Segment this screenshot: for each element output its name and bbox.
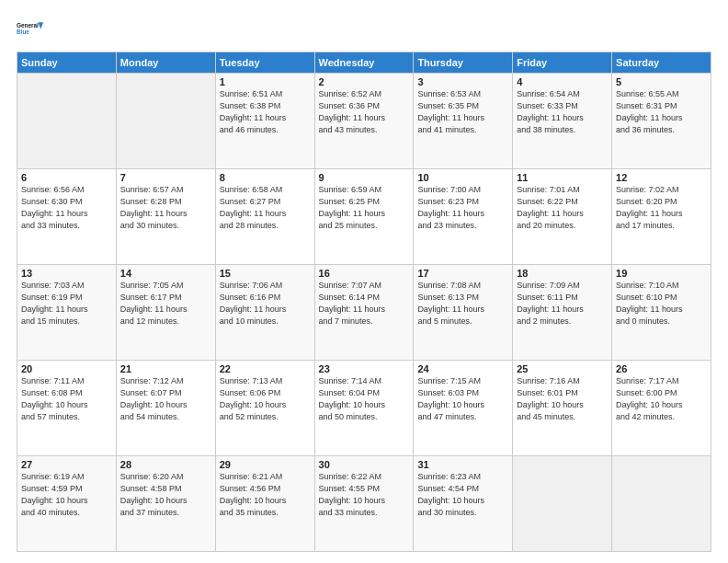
- week-row-1: 6Sunrise: 6:56 AM Sunset: 6:30 PM Daylig…: [17, 169, 711, 265]
- calendar-cell: 5Sunrise: 6:55 AM Sunset: 6:31 PM Daylig…: [612, 74, 711, 169]
- day-number: 26: [616, 363, 707, 374]
- day-number: 16: [319, 268, 410, 279]
- day-info: Sunrise: 7:16 AM Sunset: 6:01 PM Dayligh…: [517, 375, 608, 423]
- day-number: 12: [616, 172, 707, 183]
- day-info: Sunrise: 7:13 AM Sunset: 6:06 PM Dayligh…: [220, 375, 311, 423]
- weekday-header-saturday: Saturday: [612, 52, 711, 74]
- calendar-cell: [513, 456, 612, 552]
- day-info: Sunrise: 7:10 AM Sunset: 6:10 PM Dayligh…: [616, 280, 707, 327]
- calendar-cell: 29Sunrise: 6:21 AM Sunset: 4:56 PM Dayli…: [215, 456, 314, 552]
- calendar-cell: 4Sunrise: 6:54 AM Sunset: 6:33 PM Daylig…: [513, 74, 612, 169]
- day-number: 21: [120, 363, 211, 374]
- day-info: Sunrise: 6:20 AM Sunset: 4:58 PM Dayligh…: [120, 471, 211, 519]
- weekday-header-thursday: Thursday: [414, 52, 513, 74]
- calendar-cell: 28Sunrise: 6:20 AM Sunset: 4:58 PM Dayli…: [116, 456, 215, 552]
- day-info: Sunrise: 6:59 AM Sunset: 6:25 PM Dayligh…: [319, 184, 410, 232]
- day-number: 23: [319, 363, 410, 374]
- calendar-cell: 12Sunrise: 7:02 AM Sunset: 6:20 PM Dayli…: [612, 169, 711, 265]
- weekday-header-friday: Friday: [513, 52, 612, 74]
- calendar-cell: 23Sunrise: 7:14 AM Sunset: 6:04 PM Dayli…: [314, 361, 414, 456]
- day-info: Sunrise: 6:22 AM Sunset: 4:55 PM Dayligh…: [319, 471, 410, 519]
- calendar-cell: 27Sunrise: 6:19 AM Sunset: 4:59 PM Dayli…: [17, 456, 117, 552]
- day-number: 7: [120, 172, 211, 183]
- day-number: 13: [21, 268, 112, 279]
- weekday-header-row: SundayMondayTuesdayWednesdayThursdayFrid…: [17, 52, 711, 74]
- day-number: 3: [417, 76, 508, 87]
- day-number: 11: [517, 172, 608, 183]
- calendar-cell: 9Sunrise: 6:59 AM Sunset: 6:25 PM Daylig…: [314, 169, 414, 265]
- calendar-cell: 14Sunrise: 7:05 AM Sunset: 6:17 PM Dayli…: [116, 265, 215, 361]
- calendar-cell: 30Sunrise: 6:22 AM Sunset: 4:55 PM Dayli…: [314, 456, 414, 552]
- day-info: Sunrise: 7:08 AM Sunset: 6:13 PM Dayligh…: [417, 280, 508, 327]
- calendar-cell: 18Sunrise: 7:09 AM Sunset: 6:11 PM Dayli…: [513, 265, 612, 361]
- calendar-cell: 20Sunrise: 7:11 AM Sunset: 6:08 PM Dayli…: [17, 361, 117, 456]
- day-number: 1: [220, 76, 311, 87]
- day-number: 6: [21, 172, 112, 183]
- calendar-cell: 2Sunrise: 6:52 AM Sunset: 6:36 PM Daylig…: [314, 74, 414, 169]
- weekday-header-sunday: Sunday: [17, 52, 117, 74]
- calendar-cell: 25Sunrise: 7:16 AM Sunset: 6:01 PM Dayli…: [513, 361, 612, 456]
- day-info: Sunrise: 7:01 AM Sunset: 6:22 PM Dayligh…: [517, 184, 608, 232]
- calendar-cell: 3Sunrise: 6:53 AM Sunset: 6:35 PM Daylig…: [414, 74, 513, 169]
- day-info: Sunrise: 7:09 AM Sunset: 6:11 PM Dayligh…: [517, 280, 608, 327]
- week-row-2: 13Sunrise: 7:03 AM Sunset: 6:19 PM Dayli…: [17, 265, 711, 361]
- day-info: Sunrise: 6:51 AM Sunset: 6:38 PM Dayligh…: [220, 88, 311, 136]
- day-info: Sunrise: 7:00 AM Sunset: 6:23 PM Dayligh…: [417, 184, 508, 232]
- logo-icon: GeneralBlue: [17, 15, 44, 42]
- day-info: Sunrise: 6:56 AM Sunset: 6:30 PM Dayligh…: [21, 184, 112, 232]
- day-number: 28: [120, 459, 211, 470]
- day-number: 27: [21, 459, 112, 470]
- day-number: 24: [417, 363, 508, 374]
- logo: GeneralBlue: [17, 15, 44, 42]
- day-number: 8: [220, 172, 311, 183]
- page: GeneralBlue SundayMondayTuesdayWednesday…: [0, 0, 728, 563]
- day-info: Sunrise: 6:23 AM Sunset: 4:54 PM Dayligh…: [417, 471, 508, 519]
- day-number: 29: [220, 459, 311, 470]
- day-info: Sunrise: 6:52 AM Sunset: 6:36 PM Dayligh…: [319, 88, 410, 136]
- day-number: 17: [417, 268, 508, 279]
- calendar-cell: 21Sunrise: 7:12 AM Sunset: 6:07 PM Dayli…: [116, 361, 215, 456]
- header: GeneralBlue: [17, 15, 711, 42]
- calendar-cell: [17, 74, 117, 169]
- day-number: 31: [417, 459, 508, 470]
- day-number: 2: [319, 76, 410, 87]
- week-row-4: 27Sunrise: 6:19 AM Sunset: 4:59 PM Dayli…: [17, 456, 711, 552]
- day-info: Sunrise: 7:11 AM Sunset: 6:08 PM Dayligh…: [21, 375, 112, 423]
- day-info: Sunrise: 7:12 AM Sunset: 6:07 PM Dayligh…: [120, 375, 211, 423]
- day-number: 25: [517, 363, 608, 374]
- day-number: 4: [517, 76, 608, 87]
- calendar-cell: 7Sunrise: 6:57 AM Sunset: 6:28 PM Daylig…: [116, 169, 215, 265]
- day-number: 22: [220, 363, 311, 374]
- svg-text:Blue: Blue: [17, 29, 29, 35]
- calendar-cell: 19Sunrise: 7:10 AM Sunset: 6:10 PM Dayli…: [612, 265, 711, 361]
- day-number: 9: [319, 172, 410, 183]
- calendar-cell: [116, 74, 215, 169]
- calendar-cell: 17Sunrise: 7:08 AM Sunset: 6:13 PM Dayli…: [414, 265, 513, 361]
- day-info: Sunrise: 7:06 AM Sunset: 6:16 PM Dayligh…: [220, 280, 311, 327]
- weekday-header-wednesday: Wednesday: [314, 52, 414, 74]
- day-number: 19: [616, 268, 707, 279]
- calendar-cell: 31Sunrise: 6:23 AM Sunset: 4:54 PM Dayli…: [414, 456, 513, 552]
- day-info: Sunrise: 7:02 AM Sunset: 6:20 PM Dayligh…: [616, 184, 707, 232]
- calendar-cell: 26Sunrise: 7:17 AM Sunset: 6:00 PM Dayli…: [612, 361, 711, 456]
- calendar-cell: 1Sunrise: 6:51 AM Sunset: 6:38 PM Daylig…: [215, 74, 314, 169]
- week-row-0: 1Sunrise: 6:51 AM Sunset: 6:38 PM Daylig…: [17, 74, 711, 169]
- day-number: 15: [220, 268, 311, 279]
- calendar-cell: 11Sunrise: 7:01 AM Sunset: 6:22 PM Dayli…: [513, 169, 612, 265]
- calendar-cell: 10Sunrise: 7:00 AM Sunset: 6:23 PM Dayli…: [414, 169, 513, 265]
- calendar-cell: 8Sunrise: 6:58 AM Sunset: 6:27 PM Daylig…: [215, 169, 314, 265]
- day-number: 10: [417, 172, 508, 183]
- weekday-header-monday: Monday: [116, 52, 215, 74]
- day-info: Sunrise: 6:54 AM Sunset: 6:33 PM Dayligh…: [517, 88, 608, 136]
- svg-text:General: General: [17, 22, 39, 29]
- day-number: 18: [517, 268, 608, 279]
- day-info: Sunrise: 7:17 AM Sunset: 6:00 PM Dayligh…: [616, 375, 707, 423]
- calendar-table: SundayMondayTuesdayWednesdayThursdayFrid…: [17, 52, 711, 552]
- day-info: Sunrise: 6:53 AM Sunset: 6:35 PM Dayligh…: [417, 88, 508, 136]
- day-info: Sunrise: 6:21 AM Sunset: 4:56 PM Dayligh…: [220, 471, 311, 519]
- day-info: Sunrise: 7:03 AM Sunset: 6:19 PM Dayligh…: [21, 280, 112, 327]
- day-number: 5: [616, 76, 707, 87]
- day-info: Sunrise: 6:57 AM Sunset: 6:28 PM Dayligh…: [120, 184, 211, 232]
- calendar-cell: 13Sunrise: 7:03 AM Sunset: 6:19 PM Dayli…: [17, 265, 117, 361]
- day-info: Sunrise: 7:05 AM Sunset: 6:17 PM Dayligh…: [120, 280, 211, 327]
